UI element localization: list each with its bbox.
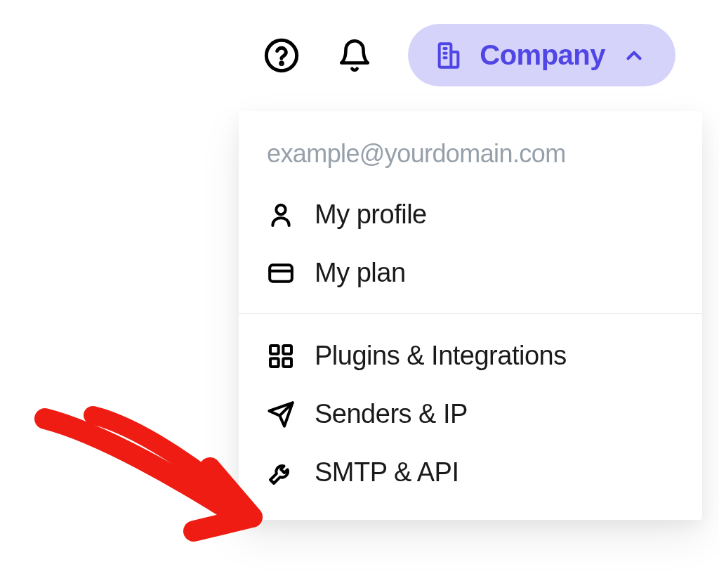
menu-plugins-integrations[interactable]: Plugins & Integrations <box>239 327 702 385</box>
wrench-icon <box>267 459 295 487</box>
account-email: example@yourdomain.com <box>239 129 702 185</box>
user-icon <box>267 201 295 229</box>
annotation-arrow <box>31 398 263 552</box>
help-icon <box>263 37 300 74</box>
menu-my-plan[interactable]: My plan <box>239 244 702 302</box>
svg-rect-9 <box>283 358 291 367</box>
svg-rect-8 <box>270 358 279 367</box>
building-icon <box>435 41 463 70</box>
svg-rect-7 <box>283 346 291 354</box>
menu-item-label: Senders & IP <box>315 399 468 429</box>
menu-item-label: My plan <box>315 258 406 288</box>
menu-item-label: Plugins & Integrations <box>315 341 567 371</box>
menu-my-profile[interactable]: My profile <box>239 185 702 244</box>
menu-divider <box>239 313 702 314</box>
bell-icon <box>337 38 372 73</box>
menu-senders-ip[interactable]: Senders & IP <box>239 385 702 443</box>
svg-rect-4 <box>270 265 292 281</box>
svg-rect-6 <box>270 346 279 354</box>
svg-point-1 <box>281 62 283 64</box>
grid-icon <box>267 342 295 370</box>
company-dropdown-toggle[interactable]: Company <box>408 24 675 86</box>
notifications-button[interactable] <box>335 36 374 75</box>
help-button[interactable] <box>262 36 301 75</box>
topbar: Company <box>262 24 675 86</box>
company-dropdown-panel: example@yourdomain.com My profile My pla… <box>239 111 702 520</box>
send-icon <box>267 400 295 429</box>
chevron-up-icon <box>622 44 646 67</box>
card-icon <box>267 259 295 287</box>
menu-item-label: My profile <box>315 200 427 230</box>
menu-item-label: SMTP & API <box>315 457 459 488</box>
menu-smtp-api[interactable]: SMTP & API <box>239 443 702 502</box>
company-label: Company <box>480 39 605 71</box>
svg-point-3 <box>276 204 285 214</box>
